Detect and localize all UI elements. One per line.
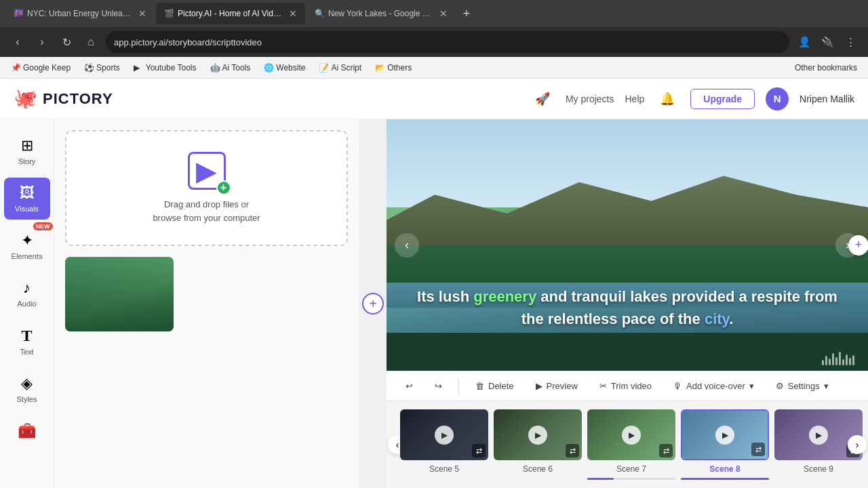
tab-close-nyc[interactable]: ✕ xyxy=(138,9,146,18)
bookmark-favicon-sports: ⚽ xyxy=(84,63,94,73)
sidebar-item-audio[interactable]: ♪ Audio xyxy=(4,272,50,314)
settings-button[interactable]: ⚙ Settings ▾ xyxy=(768,377,837,395)
scene-label-5: Scene 5 xyxy=(429,464,459,474)
tab-close-nylakes[interactable]: ✕ xyxy=(439,9,448,18)
scene-play-7[interactable]: ▶ xyxy=(622,426,641,445)
redo-button[interactable]: ↪ xyxy=(427,377,450,395)
add-scene-right-button[interactable]: + xyxy=(848,235,868,256)
center-add-section: + xyxy=(359,119,387,488)
preview-label: Preview xyxy=(547,381,578,391)
tab-bar: 🌆 NYC: Urban Energy Unleashed ✕ 🎬 Pictor… xyxy=(0,0,868,27)
upgrade-button[interactable]: Upgrade xyxy=(690,89,755,109)
wave-bar-2 xyxy=(825,356,827,365)
profile-button[interactable]: 👤 xyxy=(795,33,814,52)
wave-bar-5 xyxy=(835,357,837,365)
home-button[interactable]: ⌂ xyxy=(81,33,100,52)
pictory-header: 🐙 PICTORY 🚀 My projects Help 🔔 Upgrade N… xyxy=(0,79,868,119)
notification-icon-button[interactable]: 🔔 xyxy=(655,87,679,111)
toolbar-sep-1 xyxy=(458,378,459,394)
rocket-icon-button[interactable]: 🚀 xyxy=(530,87,555,111)
back-button[interactable]: ‹ xyxy=(8,33,27,52)
scene-thumb-7[interactable]: ▶ ⇄ xyxy=(587,409,675,460)
bookmark-google-keep[interactable]: 📌 Google Keep xyxy=(5,61,76,75)
settings-label: Settings xyxy=(788,381,820,391)
tab-nyc[interactable]: 🌆 NYC: Urban Energy Unleashed ✕ xyxy=(5,3,155,24)
scene-play-8[interactable]: ▶ xyxy=(715,426,734,445)
wave-bar-6 xyxy=(839,352,841,365)
tab-label-pictory: Pictory.AI - Home of AI Video Ed... xyxy=(178,9,285,18)
sidebar-item-story[interactable]: ⊞ Story xyxy=(4,130,50,172)
sidebar-label-visuals: Visuals xyxy=(15,205,39,213)
extension-button[interactable]: 🔌 xyxy=(818,33,837,52)
tab-nylakes[interactable]: 🔍 New York Lakes - Google Search ✕ xyxy=(307,3,456,24)
scene-progress-8 xyxy=(681,478,769,480)
scene-swap-6[interactable]: ⇄ xyxy=(566,444,579,458)
scene-swap-7[interactable]: ⇄ xyxy=(659,444,673,458)
trim-video-button[interactable]: ✂ Trim video xyxy=(591,377,660,395)
sidebar-item-tools[interactable]: 🧰 xyxy=(4,415,50,447)
forward-button[interactable]: › xyxy=(33,33,52,52)
scene-thumb-5[interactable]: ▶ ⇄ xyxy=(400,409,488,460)
bookmark-website[interactable]: 🌐 Website xyxy=(258,61,311,75)
center-add-scene-button[interactable]: + xyxy=(362,293,384,314)
wave-bar-9 xyxy=(849,358,851,365)
content-panel: ▶ + Drag and drop files or browse from y… xyxy=(54,119,359,488)
reload-button[interactable]: ↻ xyxy=(57,33,76,52)
sidebar-label-text: Text xyxy=(20,348,33,356)
scene-thumb-6[interactable]: ▶ ⇄ xyxy=(494,409,582,460)
tab-close-pictory[interactable]: ✕ xyxy=(289,9,297,18)
bookmark-label-script: Ai Script xyxy=(331,63,361,73)
bookmark-label-youtube: Youtube Tools xyxy=(146,63,197,73)
scene-play-9[interactable]: ▶ xyxy=(809,426,828,445)
wave-bar-10 xyxy=(852,355,854,365)
sidebar-item-elements[interactable]: ✦ Elements xyxy=(4,225,50,267)
preview-prev-button[interactable]: ‹ xyxy=(395,233,419,258)
bookmark-ai-tools[interactable]: 🤖 Ai Tools xyxy=(205,61,256,75)
sidebar-item-text[interactable]: T Text xyxy=(4,320,50,363)
bookmark-favicon-script: 📝 xyxy=(319,63,328,73)
bookmark-ai-script[interactable]: 📝 Ai Script xyxy=(313,61,367,75)
scene-swap-8[interactable]: ⇄ xyxy=(751,443,765,456)
delete-button[interactable]: 🗑 Delete xyxy=(467,377,522,395)
tools-icon: 🧰 xyxy=(18,422,36,440)
address-input[interactable]: app.pictory.ai/storyboard/scripttovideo xyxy=(106,31,789,53)
bookmark-sports[interactable]: ⚽ Sports xyxy=(79,61,125,75)
scene-thumb-8[interactable]: ▶ ⇄ xyxy=(681,409,769,460)
my-projects-link[interactable]: My projects xyxy=(566,94,614,104)
scene-label-7: Scene 7 xyxy=(616,464,646,474)
wave-bar-3 xyxy=(829,359,831,365)
scene-swap-5[interactable]: ⇄ xyxy=(472,444,486,458)
scene-thumb-9[interactable]: ▶ ⇄ xyxy=(774,409,863,460)
other-bookmarks-link[interactable]: Other bookmarks xyxy=(789,61,863,75)
scene-label-6: Scene 6 xyxy=(523,464,553,474)
trim-label: Trim video xyxy=(611,381,652,391)
bookmark-youtube-tools[interactable]: ▶ Youtube Tools xyxy=(128,61,202,75)
bookmark-others[interactable]: 📂 Others xyxy=(370,61,417,75)
new-tab-button[interactable]: + xyxy=(457,4,476,23)
sidebar-label-styles: Styles xyxy=(17,395,37,403)
media-thumb-1[interactable] xyxy=(65,257,174,331)
preview-container: Its lush greenery and tranquil lakes pro… xyxy=(387,119,868,371)
header-actions: 🚀 My projects Help 🔔 Upgrade N Nripen Ma… xyxy=(530,87,854,111)
left-sidebar: ⊞ Story 🖼 Visuals ✦ Elements NEW ♪ Audi xyxy=(0,119,54,488)
sidebar-item-visuals[interactable]: 🖼 Visuals xyxy=(4,178,50,220)
preview-button[interactable]: ▶ Preview xyxy=(528,377,586,395)
browser-actions: 👤 🔌 ⋮ xyxy=(795,33,860,52)
upload-icon-wrap: ▶ + xyxy=(188,152,226,190)
preview-caption-overlay: Its lush greenery and tranquil lakes pro… xyxy=(387,285,868,330)
upload-area[interactable]: ▶ + Drag and drop files or browse from y… xyxy=(65,130,348,246)
tab-pictory[interactable]: 🎬 Pictory.AI - Home of AI Video Ed... ✕ xyxy=(156,3,305,24)
upload-text-line1: Drag and drop files or xyxy=(164,199,249,209)
scene-play-6[interactable]: ▶ xyxy=(528,426,547,445)
settings-dropdown-icon: ▾ xyxy=(824,381,829,391)
help-link[interactable]: Help xyxy=(625,94,644,104)
timeline-nav-right-button[interactable]: › xyxy=(848,435,867,454)
elements-badge: NEW xyxy=(33,222,53,230)
upload-plus-icon: + xyxy=(216,180,231,195)
sidebar-item-styles[interactable]: ◈ Styles xyxy=(4,368,50,410)
add-voice-over-button[interactable]: 🎙 Add voice-over ▾ xyxy=(665,377,762,395)
undo-button[interactable]: ↩ xyxy=(397,377,421,395)
menu-button[interactable]: ⋮ xyxy=(841,33,860,52)
scene-play-5[interactable]: ▶ xyxy=(435,426,454,445)
bookmark-favicon-youtube: ▶ xyxy=(134,63,143,73)
